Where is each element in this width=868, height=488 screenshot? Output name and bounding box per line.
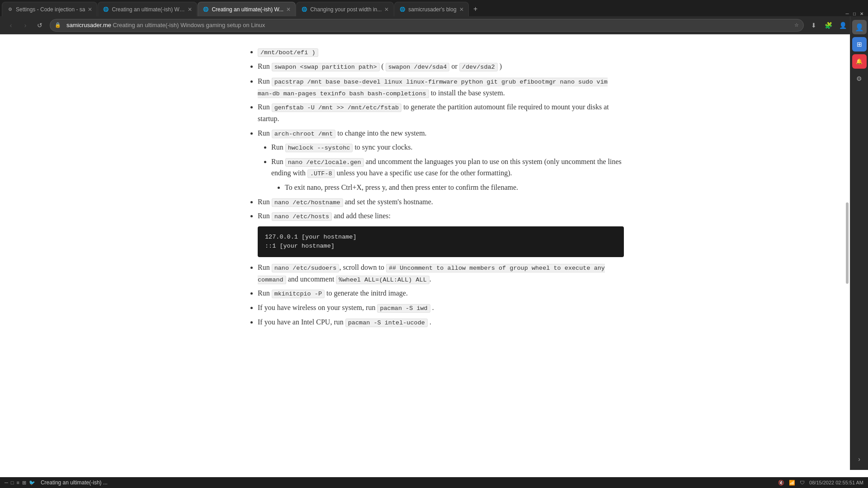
status-shield-icon: 🛡 bbox=[800, 480, 805, 485]
list-item-hostname: Run nano /etc/hostname and set the syste… bbox=[258, 196, 624, 208]
list-item-iwd: If you have wireless on your system, run… bbox=[258, 302, 624, 314]
tab-label-3: Creating an ultimate(-ish) W... bbox=[212, 6, 283, 13]
list-item-hosts: Run nano /etc/hosts and add these lines:… bbox=[258, 210, 624, 257]
tab-favicon-3: 🌐 bbox=[203, 6, 209, 13]
article: /mnt/boot/efi ) Run swapon <swap partiti… bbox=[217, 34, 651, 348]
main-area: /mnt/boot/efi ) Run swapon <swap partiti… bbox=[0, 34, 868, 477]
list-item-exit-nano: To exit nano, press Ctrl+X, press y, and… bbox=[285, 182, 624, 193]
tab-favicon-5: 🌐 bbox=[399, 6, 406, 13]
code-hostname: nano /etc/hostname bbox=[272, 198, 343, 207]
code-swapon2: swapon /dev/sda4 bbox=[386, 63, 450, 71]
minimize-button[interactable]: ─ bbox=[844, 11, 850, 16]
tab-label-5: samicrusader's blog bbox=[408, 6, 456, 13]
bookmark-icon[interactable]: ☆ bbox=[794, 22, 799, 28]
taskbar-icon-5: 🐦 bbox=[29, 480, 35, 486]
status-network-icon: 📶 bbox=[789, 480, 795, 486]
address-domain: samicrusader.me Creating an ultimate(-is… bbox=[66, 22, 265, 28]
address-bar: ‹ › ↺ 🔒 samicrusader.me Creating an ulti… bbox=[0, 16, 868, 34]
list-item-swapon: Run swapon <swap partition path> ( swapo… bbox=[258, 61, 624, 72]
tab-label-2: Creating an ultimate(-ish) Wi... bbox=[112, 6, 185, 13]
status-time: 08/15/2022 02:55:51 AM bbox=[809, 480, 863, 485]
sidebar-expand-icon[interactable]: › bbox=[852, 452, 867, 466]
tab-favicon-4: 🌐 bbox=[301, 6, 307, 13]
code-swapon3: /dev/sda2 bbox=[459, 63, 498, 71]
new-tab-button[interactable]: + bbox=[469, 3, 482, 15]
taskbar-icon-2: □ bbox=[11, 480, 14, 485]
code-sudoers: nano /etc/sudoers bbox=[272, 264, 340, 272]
code-pacstrap: pacstrap /mnt base base-devel linux linu… bbox=[258, 78, 608, 98]
list-item-efi: /mnt/boot/efi ) bbox=[258, 46, 624, 58]
downloads-icon[interactable]: ⬇ bbox=[807, 19, 820, 32]
tab-label-1: Settings - Code injection - sa bbox=[16, 6, 85, 13]
list-item-hwclock: Run hwclock --systohc to sync your clock… bbox=[271, 141, 624, 153]
nav-buttons: ‹ › ↺ bbox=[5, 19, 46, 32]
right-sidebar: 👤 ⊞ 🔔 ⚙ › bbox=[850, 34, 868, 470]
tab-close-1[interactable]: ✕ bbox=[88, 6, 92, 13]
forward-button[interactable]: › bbox=[19, 19, 32, 32]
sidebar-settings-icon[interactable]: ⚙ bbox=[852, 71, 867, 86]
lock-icon: 🔒 bbox=[55, 22, 61, 28]
profile-icon[interactable]: 👤 bbox=[836, 19, 849, 32]
sidebar-apps-icon[interactable]: ⊞ bbox=[852, 37, 867, 52]
scrollbar[interactable] bbox=[844, 34, 850, 477]
scrollbar-thumb[interactable] bbox=[846, 202, 849, 284]
code-genfstab: genfstab -U /mnt >> /mnt/etc/fstab bbox=[272, 103, 401, 112]
tab-close-5[interactable]: ✕ bbox=[459, 6, 464, 13]
code-intel-ucode: pacman -S intel-ucode bbox=[345, 319, 428, 327]
taskbar-app-label[interactable]: Creating an ultimate(-ish) ... bbox=[41, 479, 108, 486]
tab-bar: ⚙ Settings - Code injection - sa ✕ 🌐 Cre… bbox=[0, 0, 868, 16]
status-right: 🔇 📶 🛡 08/15/2022 02:55:51 AM bbox=[778, 480, 863, 486]
reload-button[interactable]: ↺ bbox=[33, 19, 46, 32]
taskbar-icon-1: ─ bbox=[5, 480, 8, 485]
code-efi: /mnt/boot/efi ) bbox=[258, 48, 318, 57]
list-item-chroot: Run arch-chroot /mnt to change into the … bbox=[258, 127, 624, 193]
address-input[interactable]: 🔒 samicrusader.me Creating an ultimate(-… bbox=[50, 19, 804, 32]
content-area[interactable]: /mnt/boot/efi ) Run swapon <swap partiti… bbox=[0, 34, 868, 477]
list-item-sudoers: Run nano /etc/sudoers, scroll down to ##… bbox=[258, 262, 624, 285]
extensions-icon[interactable]: 🧩 bbox=[822, 19, 835, 32]
browser-window: ⚙ Settings - Code injection - sa ✕ 🌐 Cre… bbox=[0, 0, 868, 488]
code-mkinitcpio: mkinitcpio -P bbox=[272, 290, 325, 298]
status-speaker-icon: 🔇 bbox=[778, 480, 784, 486]
maximize-button[interactable]: □ bbox=[852, 11, 857, 16]
taskbar-icon-3: ≡ bbox=[16, 480, 19, 485]
tab-label-4: Changing your post width in... bbox=[310, 6, 382, 13]
code-chroot: arch-chroot /mnt bbox=[272, 130, 336, 138]
code-hosts: nano /etc/hosts bbox=[272, 212, 332, 221]
tab-blog[interactable]: 🌐 samicrusader's blog ✕ bbox=[394, 2, 468, 16]
back-button[interactable]: ‹ bbox=[5, 19, 17, 32]
list-item-genfstab: Run genfstab -U /mnt >> /mnt/etc/fstab t… bbox=[258, 101, 624, 124]
code-swapon: swapon <swap partition path> bbox=[272, 63, 380, 71]
status-bar: ─ □ ≡ ⊞ 🐦 Creating an ultimate(-ish) ...… bbox=[0, 477, 868, 488]
list-item-locale: Run nano /etc/locale.gen and uncomment t… bbox=[271, 156, 624, 193]
sidebar-notification-icon[interactable]: 🔔 bbox=[852, 54, 867, 69]
tab-close-2[interactable]: ✕ bbox=[188, 6, 192, 13]
tab-close-3[interactable]: ✕ bbox=[286, 6, 291, 13]
code-locale: nano /etc/locale.gen bbox=[285, 158, 364, 167]
tab-favicon-2: 🌐 bbox=[103, 6, 109, 13]
code-hwclock: hwclock --systohc bbox=[285, 144, 353, 152]
close-button[interactable]: ✕ bbox=[859, 11, 864, 16]
list-item-intel-ucode: If you have an Intel CPU, run pacman -S … bbox=[258, 316, 624, 328]
taskbar-icon-4: ⊞ bbox=[22, 480, 26, 486]
list-item-pacstrap: Run pacstrap /mnt base base-devel linux … bbox=[258, 75, 624, 99]
tab-close-4[interactable]: ✕ bbox=[384, 6, 389, 13]
status-left: ─ □ ≡ ⊞ 🐦 Creating an ultimate(-ish) ... bbox=[5, 479, 108, 486]
tab-favicon-1: ⚙ bbox=[7, 6, 13, 13]
code-utf8: .UTF-8 bbox=[307, 169, 335, 178]
tab-settings[interactable]: ⚙ Settings - Code injection - sa ✕ bbox=[2, 2, 97, 16]
code-block-hosts: 127.0.0.1 [your hostname] ::1 [your host… bbox=[258, 226, 624, 258]
tab-width[interactable]: 🌐 Changing your post width in... ✕ bbox=[296, 2, 394, 16]
code-wheel: %wheel ALL=(ALL:ALL) ALL bbox=[336, 276, 429, 284]
tab-gaming-3[interactable]: 🌐 Creating an ultimate(-ish) W... ✕ bbox=[198, 2, 296, 16]
code-iwd: pacman -S iwd bbox=[377, 304, 430, 313]
window-controls: ─ □ ✕ bbox=[844, 11, 868, 16]
list-item-mkinitcpio: Run mkinitcpio -P to generate the initrd… bbox=[258, 287, 624, 299]
tab-gaming-2[interactable]: 🌐 Creating an ultimate(-ish) Wi... ✕ bbox=[98, 2, 197, 16]
